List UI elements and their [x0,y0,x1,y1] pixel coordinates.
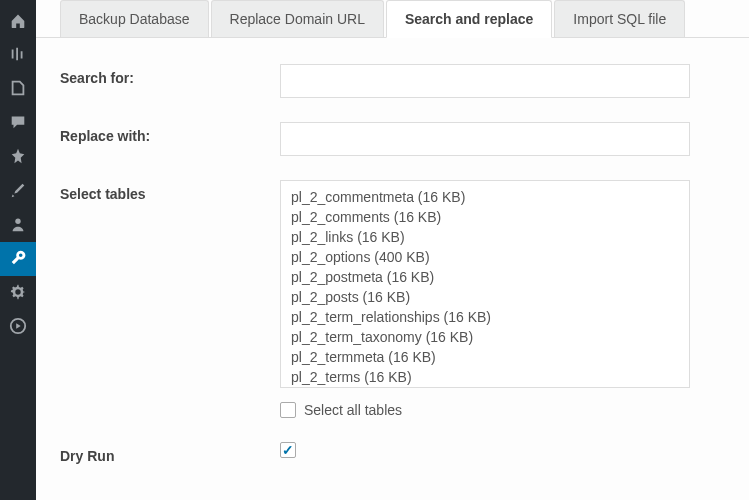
sliders-icon [9,45,27,66]
sidebar-item-pages[interactable] [0,72,36,106]
tab-backup-database[interactable]: Backup Database [60,0,209,37]
brush-icon [9,181,27,202]
gear-icon [9,283,27,304]
table-option[interactable]: pl_2_postmeta (16 KB) [291,267,679,287]
table-option[interactable]: pl_2_options (400 KB) [291,247,679,267]
admin-sidebar [0,0,36,500]
table-option[interactable]: pl_2_term_taxonomy (16 KB) [291,327,679,347]
table-option[interactable]: pl_2_commentmeta (16 KB) [291,187,679,207]
search-for-label: Search for: [60,64,280,86]
table-option[interactable]: pl_2_links (16 KB) [291,227,679,247]
comment-icon [9,113,27,134]
dry-run-checkbox[interactable] [280,442,296,458]
play-icon [9,317,27,338]
table-option[interactable]: pl_2_termmeta (16 KB) [291,347,679,367]
replace-with-label: Replace with: [60,122,280,144]
user-icon [9,215,27,236]
dashboard-icon [9,11,27,32]
sidebar-item-comments[interactable] [0,106,36,140]
search-for-input[interactable] [280,64,690,98]
tab-import-sql-file[interactable]: Import SQL file [554,0,685,37]
main-content: Backup DatabaseReplace Domain URLSearch … [36,0,749,500]
tab-bar: Backup DatabaseReplace Domain URLSearch … [36,0,749,38]
table-option[interactable]: pl_2_terms (16 KB) [291,367,679,387]
tables-listbox[interactable]: pl_2_commentmeta (16 KB)pl_2_comments (1… [280,180,690,388]
sidebar-item-appearance[interactable] [0,174,36,208]
sidebar-item-tools[interactable] [0,242,36,276]
tab-search-and-replace[interactable]: Search and replace [386,0,552,38]
replace-with-input[interactable] [280,122,690,156]
table-option[interactable]: pl_2_term_relationships (16 KB) [291,307,679,327]
pin-icon [9,147,27,168]
dry-run-label: Dry Run [60,442,280,464]
select-tables-label: Select tables [60,180,280,202]
sidebar-item-media[interactable] [0,310,36,344]
sidebar-item-dashboard[interactable] [0,4,36,38]
sidebar-item-settings[interactable] [0,38,36,72]
wrench-icon [9,249,27,270]
sidebar-item-users[interactable] [0,208,36,242]
sidebar-item-posts[interactable] [0,140,36,174]
sidebar-item-general[interactable] [0,276,36,310]
select-all-label: Select all tables [304,402,402,418]
tab-replace-domain-url[interactable]: Replace Domain URL [211,0,384,37]
pages-icon [9,79,27,100]
svg-point-0 [15,218,20,223]
table-option[interactable]: pl_2_comments (16 KB) [291,207,679,227]
table-option[interactable]: pl_2_posts (16 KB) [291,287,679,307]
select-all-checkbox[interactable] [280,402,296,418]
